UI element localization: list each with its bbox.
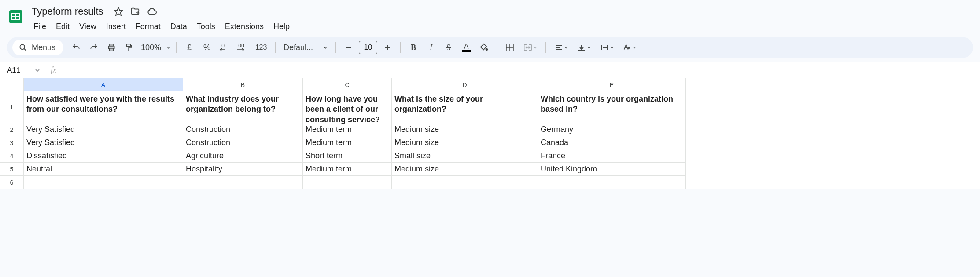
row-header[interactable]: 3 [0, 136, 24, 149]
menu-extensions[interactable]: Extensions [221, 20, 268, 33]
currency-button[interactable]: £ [182, 40, 197, 55]
menu-view[interactable]: View [75, 20, 101, 33]
cell[interactable]: Very Satisfied [24, 123, 183, 136]
caret-down-icon [323, 45, 328, 50]
font-family-dropdown[interactable]: Defaul... [281, 43, 330, 52]
column-header[interactable]: A [24, 78, 183, 91]
svg-text:.00: .00 [237, 43, 244, 49]
cell[interactable]: Very Satisfied [24, 136, 183, 149]
cloud-status-icon[interactable] [147, 6, 157, 17]
paint-format-button[interactable] [122, 40, 136, 55]
menu-file[interactable]: File [29, 20, 51, 33]
cell[interactable]: How long have you been a client of our c… [303, 91, 392, 123]
cell[interactable]: Construction [183, 136, 303, 149]
menu-tools[interactable]: Tools [192, 20, 220, 33]
caret-down-icon [166, 45, 171, 50]
toolbar: Menus 100% £ % .0 .00 123 Defaul... B I … [7, 37, 973, 58]
menus-label: Menus [32, 43, 55, 52]
cell[interactable]: Short term [303, 149, 392, 163]
cell[interactable]: Hospitality [183, 163, 303, 176]
svg-point-18 [486, 49, 488, 51]
move-icon[interactable] [130, 6, 140, 17]
svg-rect-10 [126, 44, 130, 47]
column-header[interactable]: C [303, 78, 392, 91]
cell[interactable]: How satisfied were you with the results … [24, 91, 183, 123]
document-title[interactable]: Typeform results [29, 5, 106, 18]
cell[interactable]: Small size [392, 149, 538, 163]
zoom-dropdown[interactable]: 100% [139, 43, 171, 52]
percent-button[interactable]: % [199, 40, 214, 55]
menu-bar: File Edit View Insert Format Data Tools … [29, 19, 973, 33]
cell[interactable]: Which country is your organization based… [538, 91, 686, 123]
column-header[interactable]: E [538, 78, 686, 91]
cell[interactable]: Neutral [24, 163, 183, 176]
fill-color-button[interactable] [476, 40, 491, 55]
name-box[interactable]: A11 [0, 66, 44, 75]
cell[interactable] [303, 176, 392, 189]
cell[interactable] [538, 176, 686, 189]
formula-input[interactable] [63, 62, 980, 78]
search-icon [18, 43, 27, 52]
decrease-decimal-button[interactable]: .0 [217, 40, 232, 55]
bold-button[interactable]: B [406, 40, 421, 55]
svg-marker-4 [114, 7, 122, 15]
menu-format[interactable]: Format [131, 20, 165, 33]
cell[interactable]: Agriculture [183, 149, 303, 163]
horizontal-align-button[interactable] [551, 40, 571, 55]
cell[interactable]: Germany [538, 123, 686, 136]
cell[interactable]: What is the size of your organization? [392, 91, 538, 123]
search-menus[interactable]: Menus [12, 40, 63, 55]
cell[interactable]: Medium size [392, 163, 538, 176]
app-header: Typeform results File Edit View Insert F… [0, 0, 980, 33]
print-button[interactable] [104, 40, 119, 55]
font-size-input[interactable] [359, 41, 377, 54]
increase-decimal-button[interactable]: .00 [235, 40, 250, 55]
menu-help[interactable]: Help [269, 20, 294, 33]
cell[interactable]: What industry does your organization bel… [183, 91, 303, 123]
undo-button[interactable] [69, 40, 84, 55]
cell[interactable]: Medium size [392, 136, 538, 149]
cell[interactable]: Dissatisfied [24, 149, 183, 163]
cell[interactable] [392, 176, 538, 189]
select-all-corner[interactable] [0, 78, 24, 91]
cell[interactable]: Medium term [303, 136, 392, 149]
decrease-font-size-button[interactable] [341, 40, 356, 55]
merge-cells-button[interactable] [520, 40, 540, 55]
text-wrap-button[interactable] [597, 40, 617, 55]
row-header[interactable]: 6 [0, 176, 24, 189]
row-header[interactable]: 2 [0, 123, 24, 136]
menu-data[interactable]: Data [166, 20, 192, 33]
menu-insert[interactable]: Insert [102, 20, 130, 33]
italic-button[interactable]: I [424, 40, 438, 55]
text-rotation-button[interactable]: A▸ [620, 40, 640, 55]
cell[interactable] [183, 176, 303, 189]
row-header[interactable]: 5 [0, 163, 24, 176]
star-icon[interactable] [113, 6, 124, 17]
svg-line-6 [24, 49, 26, 51]
svg-point-5 [20, 44, 25, 49]
row-header[interactable]: 1 [0, 91, 24, 123]
row-header[interactable]: 4 [0, 149, 24, 163]
borders-button[interactable] [502, 40, 517, 55]
cell[interactable]: Medium term [303, 123, 392, 136]
more-formats-button[interactable]: 123 [252, 40, 270, 55]
cell[interactable]: France [538, 149, 686, 163]
cell[interactable]: Medium term [303, 163, 392, 176]
fx-icon: fx [44, 66, 63, 75]
strikethrough-button[interactable]: S [441, 40, 456, 55]
svg-text:.0: .0 [220, 43, 225, 49]
cell[interactable]: Construction [183, 123, 303, 136]
cell[interactable] [24, 176, 183, 189]
increase-font-size-button[interactable] [380, 40, 395, 55]
spreadsheet-grid[interactable]: A B C D E 1 How satisfied were you with … [0, 78, 980, 189]
column-header[interactable]: D [392, 78, 538, 91]
cell[interactable]: Canada [538, 136, 686, 149]
column-header[interactable]: B [183, 78, 303, 91]
sheets-logo[interactable] [7, 4, 25, 27]
redo-button[interactable] [86, 40, 101, 55]
cell[interactable]: Medium size [392, 123, 538, 136]
text-color-button[interactable]: A [459, 40, 474, 55]
vertical-align-button[interactable] [574, 40, 594, 55]
menu-edit[interactable]: Edit [52, 20, 74, 33]
cell[interactable]: United Kingdom [538, 163, 686, 176]
